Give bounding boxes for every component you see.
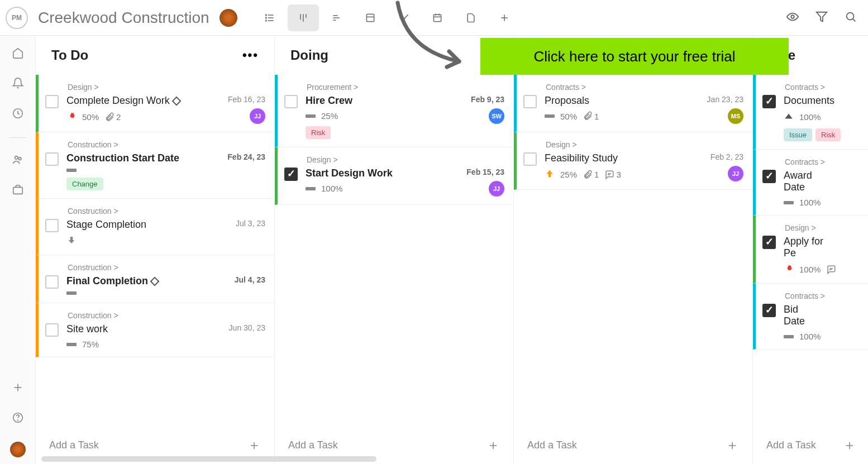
assignee-avatar[interactable]: JJ bbox=[728, 166, 743, 181]
task-card[interactable]: Design >Complete Design Work 50%2Feb 16,… bbox=[36, 75, 274, 132]
task-title: Feasibility Study bbox=[545, 152, 693, 164]
attachment-icon: 2 bbox=[104, 112, 121, 122]
svg-point-20 bbox=[791, 15, 794, 18]
gantt-view-tab[interactable] bbox=[321, 4, 352, 31]
attachment-icon: 1 bbox=[583, 111, 599, 121]
tag-risk: Risk bbox=[306, 126, 331, 139]
search-icon[interactable] bbox=[845, 11, 857, 25]
svg-line-23 bbox=[853, 19, 855, 21]
due-date: Feb 9, 23 bbox=[471, 95, 504, 104]
portfolio-icon[interactable] bbox=[12, 184, 24, 198]
task-card[interactable]: Construction >Site work75%Jun 30, 23 bbox=[36, 303, 274, 357]
task-checkbox[interactable] bbox=[523, 95, 537, 108]
task-checkbox[interactable] bbox=[762, 236, 776, 249]
priority-flame-icon bbox=[66, 111, 77, 123]
card-breadcrumb: Design > bbox=[307, 155, 504, 164]
task-card[interactable]: Construction >Stage CompletionJul 3, 23 bbox=[36, 199, 274, 255]
assignee-avatar[interactable]: SW bbox=[489, 108, 504, 124]
svg-rect-27 bbox=[13, 187, 22, 194]
add-view-tab[interactable] bbox=[489, 4, 520, 31]
progress-text: 100% bbox=[799, 332, 821, 341]
task-title: Bid Date bbox=[784, 304, 821, 327]
task-checkbox[interactable] bbox=[762, 170, 776, 183]
dashboard-view-tab[interactable] bbox=[388, 4, 419, 31]
due-date: Jun 30, 23 bbox=[229, 323, 265, 332]
task-checkbox[interactable] bbox=[284, 168, 298, 181]
task-checkbox[interactable] bbox=[45, 95, 59, 108]
team-icon[interactable] bbox=[12, 154, 24, 168]
priority-bar-icon bbox=[784, 201, 794, 204]
progress-text: 25% bbox=[560, 170, 577, 179]
tag-change: Change bbox=[66, 178, 103, 190]
user-avatar[interactable] bbox=[10, 442, 26, 457]
filter-icon[interactable] bbox=[815, 11, 828, 25]
project-title[interactable]: Creekwood Construction bbox=[38, 9, 209, 27]
task-checkbox[interactable] bbox=[45, 219, 59, 232]
add-icon[interactable] bbox=[12, 381, 24, 396]
list-view-tab[interactable] bbox=[254, 4, 285, 31]
cta-banner[interactable]: Click here to start your free trial bbox=[480, 38, 789, 75]
task-card[interactable]: Construction >Construction Start DateCha… bbox=[36, 132, 274, 199]
horizontal-scrollbar[interactable] bbox=[41, 456, 376, 462]
progress-text: 50% bbox=[560, 112, 577, 121]
files-view-tab[interactable] bbox=[455, 4, 487, 31]
comment-icon bbox=[826, 265, 836, 275]
board-view-tab[interactable] bbox=[288, 4, 319, 31]
attachment-icon: 1 bbox=[583, 170, 599, 180]
task-checkbox[interactable] bbox=[523, 152, 537, 166]
sheet-view-tab[interactable] bbox=[355, 4, 386, 31]
assignee-avatar[interactable]: JJ bbox=[250, 108, 265, 124]
card-breadcrumb: Construction > bbox=[68, 311, 265, 320]
notifications-icon[interactable] bbox=[12, 77, 24, 92]
column: DoingProcurement >Hire Crew25%RiskFeb 9,… bbox=[275, 36, 514, 464]
add-task-button[interactable]: Add a Task＋ bbox=[514, 426, 752, 464]
calendar-view-tab[interactable] bbox=[422, 4, 453, 31]
task-title: Complete Design Work bbox=[66, 95, 215, 107]
assignee-avatar[interactable]: JJ bbox=[489, 181, 504, 197]
task-checkbox[interactable] bbox=[284, 95, 298, 108]
svg-point-22 bbox=[847, 12, 854, 20]
progress-text: 25% bbox=[321, 111, 338, 121]
task-card[interactable]: Contracts >Proposals50%1Jan 23, 23MS bbox=[514, 75, 752, 132]
task-checkbox[interactable] bbox=[45, 152, 59, 166]
due-date: Feb 2, 23 bbox=[710, 152, 743, 161]
task-card[interactable]: Contracts >Documents100%IssueRisk bbox=[753, 75, 868, 150]
due-date: Feb 24, 23 bbox=[227, 152, 265, 161]
task-card[interactable]: Design >Feasibility Study25%13Feb 2, 23J… bbox=[514, 132, 752, 190]
milestone-icon bbox=[150, 276, 160, 286]
priority-bar-icon bbox=[306, 187, 316, 190]
left-sidebar bbox=[0, 36, 36, 464]
task-title: Final Completion bbox=[66, 275, 215, 287]
column-menu-icon[interactable]: ••• bbox=[242, 48, 259, 63]
task-checkbox[interactable] bbox=[762, 95, 776, 108]
assignee-avatar[interactable]: MS bbox=[728, 108, 743, 124]
progress-text: 100% bbox=[321, 184, 342, 193]
task-card[interactable]: Contracts >Bid Date100% bbox=[753, 284, 868, 350]
task-checkbox[interactable] bbox=[45, 275, 59, 289]
task-card[interactable]: Contracts >Award Date100% bbox=[753, 150, 868, 216]
task-checkbox[interactable] bbox=[762, 304, 776, 317]
add-task-button[interactable]: Add a Task＋ bbox=[753, 426, 868, 464]
column-title: Doing bbox=[290, 47, 328, 63]
task-title: Proposals bbox=[545, 95, 693, 107]
priority-high-icon bbox=[784, 111, 794, 123]
help-icon[interactable] bbox=[12, 412, 24, 426]
svg-point-5 bbox=[265, 20, 266, 21]
tag-issue: Issue bbox=[784, 128, 812, 141]
visibility-icon[interactable] bbox=[786, 11, 799, 25]
task-card[interactable]: Construction >Final Completion Jul 4, 23 bbox=[36, 255, 274, 303]
progress-text: 100% bbox=[799, 112, 821, 122]
task-card[interactable]: Design >Start Design Work100%Feb 15, 23J… bbox=[275, 147, 513, 205]
time-icon[interactable] bbox=[12, 107, 24, 122]
task-checkbox[interactable] bbox=[45, 323, 59, 337]
priority-bar-icon bbox=[306, 114, 316, 118]
svg-marker-21 bbox=[817, 12, 827, 21]
task-card[interactable]: Design >Apply for Pe100% bbox=[753, 216, 868, 284]
card-breadcrumb: Procurement > bbox=[307, 83, 504, 92]
app-logo[interactable]: PM bbox=[6, 7, 28, 29]
task-card[interactable]: Procurement >Hire Crew25%RiskFeb 9, 23SW bbox=[275, 75, 513, 147]
card-breadcrumb: Construction > bbox=[68, 140, 265, 149]
home-icon[interactable] bbox=[12, 47, 24, 61]
priority-bar-icon bbox=[66, 291, 77, 295]
project-owner-avatar[interactable] bbox=[220, 9, 237, 27]
